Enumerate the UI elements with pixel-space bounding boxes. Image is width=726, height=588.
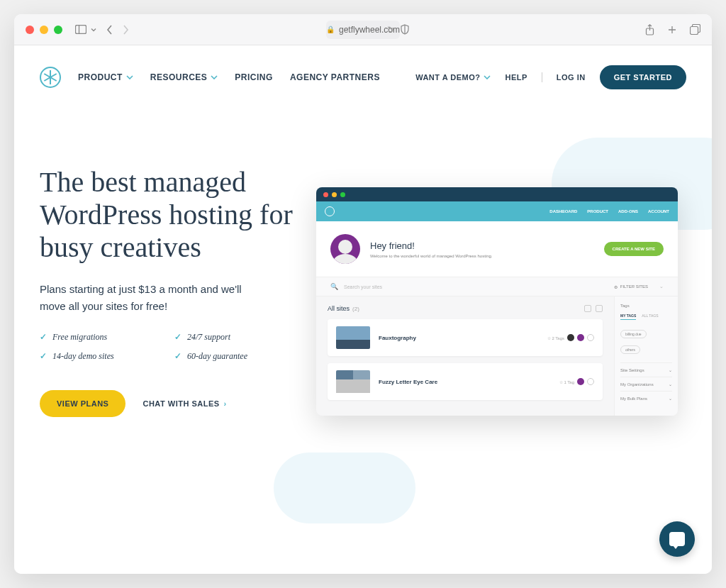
list-view-icon: [584, 305, 591, 312]
close-window-button[interactable]: [26, 26, 34, 34]
grid-view-icon: [596, 305, 603, 312]
chat-sales-label: CHAT WITH SALES: [143, 399, 219, 408]
welcome-title: Hey friend!: [370, 240, 493, 251]
nav-resources[interactable]: RESOURCES: [150, 72, 218, 82]
tab-all-tags: ALL TAGS: [642, 314, 658, 320]
dashboard-sidebar: Tags MY TAGS ALL TAGS billing due others…: [614, 296, 678, 416]
back-button[interactable]: [106, 25, 113, 35]
view-toggles: [584, 305, 603, 312]
tag-pill: billing due: [620, 330, 647, 338]
nav-agency-partners[interactable]: AGENCY PARTNERS: [290, 72, 380, 82]
all-sites-header: All sites (2): [328, 305, 603, 312]
nav-help[interactable]: HELP: [505, 73, 527, 82]
chevron-down-icon[interactable]: [91, 27, 96, 33]
site-meta: ☆ 1 Tag: [559, 378, 594, 385]
collapse-icon: ⌄: [659, 284, 664, 289]
dash-close-dot: [323, 192, 328, 197]
chat-widget-button[interactable]: [659, 521, 695, 557]
dash-nav-product: PRODUCT: [587, 209, 608, 213]
dash-nav-dashboard: DASHBOARD: [549, 209, 577, 213]
hero-section: The best managed WordPress hosting for b…: [14, 109, 712, 417]
primary-nav: PRODUCT RESOURCES PRICING AGENCY PARTNER…: [78, 72, 380, 82]
tab-my-tags: MY TAGS: [620, 314, 636, 320]
dashboard-search-bar: 🔍 Search your sites ⚙ FILTER SITES ⌄: [316, 277, 678, 296]
sidebar-site-settings: Site Settings⌄: [620, 362, 672, 377]
nav-login-label: LOG IN: [557, 73, 586, 82]
filter-sites: ⚙ FILTER SITES: [614, 284, 648, 289]
refresh-icon[interactable]: ↻: [387, 25, 394, 35]
site-name: Fuzzy Letter Eye Care: [379, 379, 551, 385]
get-started-button[interactable]: GET STARTED: [600, 65, 686, 89]
privacy-shield-icon[interactable]: [400, 24, 410, 35]
svg-rect-7: [691, 27, 698, 35]
chat-sales-link[interactable]: CHAT WITH SALES ›: [143, 399, 226, 408]
check-icon: ✓: [174, 332, 182, 343]
nav-pricing-label: PRICING: [235, 72, 273, 82]
browser-chrome: 🔒 getflywheel.com ↻: [14, 14, 712, 45]
dashboard-main: All sites (2) Fauxtography: [316, 296, 614, 416]
want-demo[interactable]: WANT A DEMO?: [415, 73, 491, 82]
url-bar[interactable]: 🔒 getflywheel.com ↻: [326, 21, 400, 39]
nav-product-label: PRODUCT: [78, 72, 123, 82]
search-placeholder: Search your sites: [344, 284, 608, 289]
add-collaborator-icon: [587, 334, 594, 341]
feature-guarantee: ✓60-day guarantee: [174, 351, 295, 362]
tag-pills: billing due others: [620, 326, 672, 357]
nav-help-label: HELP: [505, 73, 527, 82]
collaborator-dot: [567, 334, 574, 341]
view-plans-button[interactable]: VIEW PLANS: [40, 390, 125, 417]
share-icon[interactable]: [645, 24, 654, 35]
dashboard-welcome: Hey friend! Welcome to the wonderful wor…: [316, 221, 678, 277]
dashboard-body: All sites (2) Fauxtography: [316, 296, 678, 416]
cloud-decoration: [274, 453, 415, 523]
forward-button[interactable]: [123, 25, 129, 35]
dashboard-logo: [325, 206, 335, 216]
browser-window: 🔒 getflywheel.com ↻: [14, 14, 712, 574]
tag-pill: others: [620, 345, 640, 354]
site-meta: ☆ 2 Tags: [547, 334, 594, 341]
cta-row: VIEW PLANS CHAT WITH SALES ›: [40, 390, 295, 417]
maximize-window-button[interactable]: [54, 26, 62, 34]
dashboard-preview: DASHBOARD PRODUCT ADD-ONS ACCOUNT Hey fr…: [316, 187, 678, 416]
dash-max-dot: [340, 192, 345, 197]
dashboard-nav: DASHBOARD PRODUCT ADD-ONS ACCOUNT: [549, 209, 669, 213]
tags-label: Tags: [620, 304, 672, 308]
collaborator-dot: [577, 334, 584, 341]
page-content: PRODUCT RESOURCES PRICING AGENCY PARTNER…: [14, 45, 712, 574]
search-icon: 🔍: [330, 283, 338, 290]
welcome-sub: Welcome to the wonderful world of manage…: [370, 254, 493, 258]
traffic-lights: [26, 26, 62, 34]
dash-nav-account: ACCOUNT: [648, 209, 669, 213]
dashboard-titlebar: [316, 187, 678, 201]
hero-subtitle: Plans starting at just $13 a month and w…: [40, 281, 267, 315]
user-avatar: [330, 234, 360, 264]
tag-tabs: MY TAGS ALL TAGS: [620, 314, 672, 320]
nav-product[interactable]: PRODUCT: [78, 72, 133, 82]
all-sites-count: (2): [352, 306, 359, 312]
want-demo-label: WANT A DEMO?: [415, 73, 480, 82]
hero-title: The best managed WordPress hosting for b…: [40, 166, 295, 264]
feature-support: ✓24/7 support: [174, 332, 295, 343]
flywheel-logo[interactable]: [40, 67, 61, 88]
minimize-window-button[interactable]: [40, 26, 48, 34]
tabs-icon[interactable]: [690, 24, 700, 35]
feature-demo-sites: ✓14-day demo sites: [40, 351, 160, 362]
svg-rect-0: [76, 26, 86, 34]
new-tab-icon[interactable]: [667, 24, 677, 35]
nav-pricing[interactable]: PRICING: [235, 72, 273, 82]
check-icon: ✓: [40, 351, 47, 362]
collaborator-dot: [577, 378, 584, 385]
feature-list: ✓Free migrations ✓24/7 support ✓14-day d…: [40, 332, 295, 362]
site-thumbnail: [336, 370, 370, 393]
nav-login[interactable]: LOG IN: [557, 73, 586, 82]
site-name: Fauxtography: [379, 335, 539, 341]
add-collaborator-icon: [587, 378, 594, 385]
dashboard-header: DASHBOARD PRODUCT ADD-ONS ACCOUNT: [316, 201, 678, 221]
sidebar-organizations: My Organizations⌄: [620, 377, 672, 391]
site-header: PRODUCT RESOURCES PRICING AGENCY PARTNER…: [14, 45, 712, 109]
dash-nav-addons: ADD-ONS: [618, 209, 638, 213]
chevron-down-icon: [484, 75, 491, 79]
create-site-button: CREATE A NEW SITE: [604, 242, 664, 256]
site-thumbnail: [336, 326, 370, 349]
sidebar-toggle-icon[interactable]: [75, 25, 86, 34]
